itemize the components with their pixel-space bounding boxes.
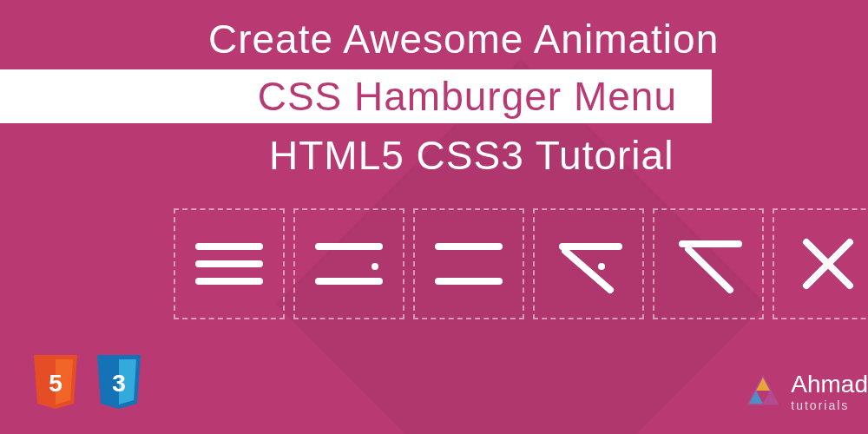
hamburger-state-1 (174, 208, 285, 319)
title-line-3: HTML5 CSS3 Tutorial (269, 132, 674, 179)
svg-text:3: 3 (112, 370, 126, 397)
hamburger-rotating-icon (549, 225, 628, 303)
css3-logo-icon: 3 (94, 355, 144, 412)
brand-triangle-icon (744, 372, 782, 411)
hamburger-state-6 (773, 208, 868, 319)
hamburger-state-5 (653, 208, 764, 319)
hamburger-icon (190, 225, 268, 303)
title-line-2: CSS Hamburger Menu (258, 73, 677, 120)
hamburger-transition-icon (430, 225, 508, 303)
svg-point-4 (372, 263, 378, 270)
brand-name: Ahmad (791, 371, 868, 398)
title-highlight-bar: CSS Hamburger Menu (0, 69, 712, 123)
brand-subtitle: tutorials (791, 398, 868, 412)
svg-line-10 (565, 251, 610, 290)
brand-logo: Ahmad tutorials (744, 371, 868, 412)
svg-point-9 (598, 263, 605, 270)
hamburger-rotating-icon (669, 225, 747, 303)
title-line-1: Create Awesome Animation (208, 16, 719, 62)
hamburger-state-2 (293, 208, 404, 319)
tech-logos-group: 5 3 (30, 355, 144, 412)
html5-logo-icon: 5 (30, 355, 81, 412)
hamburger-transition-icon (310, 225, 388, 303)
svg-line-12 (688, 249, 730, 290)
hamburger-animation-row (174, 208, 868, 319)
close-x-icon (789, 225, 867, 303)
hamburger-state-3 (413, 208, 524, 319)
svg-text:5: 5 (49, 370, 62, 397)
hamburger-state-4 (533, 208, 644, 319)
